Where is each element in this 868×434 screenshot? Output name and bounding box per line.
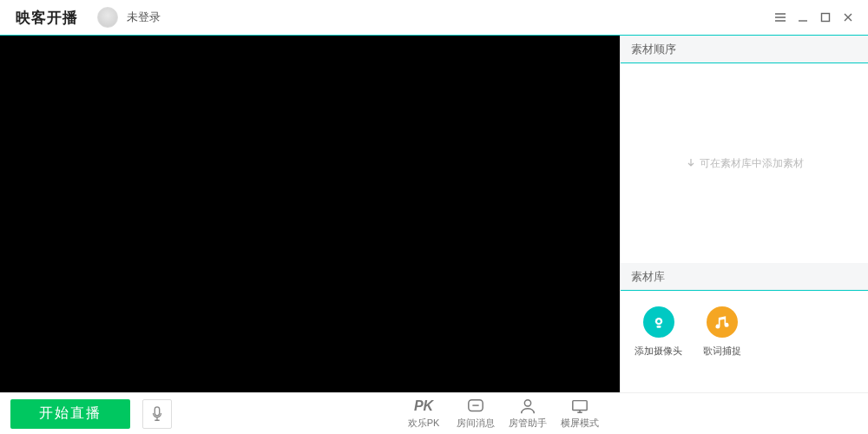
maximize-button[interactable]	[814, 6, 837, 29]
start-stream-button[interactable]: 开始直播	[10, 399, 130, 429]
close-icon	[842, 11, 854, 23]
close-button[interactable]	[837, 6, 859, 29]
room-message-button[interactable]: 房间消息	[450, 398, 502, 430]
material-order-header: 素材顺序	[621, 36, 868, 63]
pk-icon: PK	[414, 398, 433, 415]
svg-rect-0	[822, 14, 830, 22]
app-title: 映客开播	[16, 8, 78, 28]
hint-text: 可在素材库中添加素材	[700, 156, 804, 171]
landscape-mode-button[interactable]: 横屏模式	[554, 398, 606, 430]
video-preview[interactable]	[0, 36, 620, 392]
svg-point-6	[524, 400, 530, 406]
room-admin-label: 房管助手	[509, 417, 547, 430]
maximize-icon	[819, 11, 832, 23]
landscape-mode-label: 横屏模式	[561, 417, 599, 430]
music-note-icon	[707, 306, 738, 338]
pk-button[interactable]: PK 欢乐PK	[398, 398, 450, 430]
pk-label: 欢乐PK	[408, 417, 440, 430]
arrow-down-icon	[686, 158, 696, 168]
monitor-icon	[570, 398, 589, 415]
add-camera-label: 添加摄像头	[635, 345, 682, 358]
minimize-button[interactable]	[792, 6, 814, 29]
room-admin-button[interactable]: 房管助手	[502, 398, 554, 430]
svg-point-2	[657, 319, 661, 323]
titlebar: 映客开播 未登录	[0, 0, 868, 35]
add-camera-button[interactable]: 添加摄像头	[635, 306, 682, 358]
microphone-icon	[150, 406, 164, 422]
svg-rect-4	[155, 406, 159, 415]
material-library-panel: 添加摄像头 歌词捕捉	[621, 291, 868, 392]
material-order-panel[interactable]: 可在素材库中添加素材	[621, 63, 868, 263]
lyric-capture-label: 歌词捕捉	[703, 345, 741, 358]
microphone-button[interactable]	[142, 399, 172, 429]
minimize-icon	[797, 11, 809, 23]
menu-icon	[774, 11, 786, 23]
svg-rect-7	[573, 401, 587, 411]
material-order-hint: 可在素材库中添加素材	[686, 156, 804, 171]
menu-button[interactable]	[769, 6, 792, 29]
lyric-capture-button[interactable]: 歌词捕捉	[703, 306, 741, 358]
svg-rect-3	[656, 326, 661, 328]
message-icon	[466, 398, 485, 415]
login-status[interactable]: 未登录	[127, 10, 161, 25]
admin-icon	[518, 398, 537, 415]
room-message-label: 房间消息	[457, 417, 495, 430]
camera-icon	[643, 306, 674, 338]
material-library-header: 素材库	[621, 263, 868, 291]
sidebar: 素材顺序 可在素材库中添加素材 素材库 添加摄像头	[620, 36, 868, 392]
avatar[interactable]	[97, 7, 118, 28]
bottombar: 开始直播 PK 欢乐PK 房间消息 房管助手 横屏模式	[0, 392, 868, 434]
